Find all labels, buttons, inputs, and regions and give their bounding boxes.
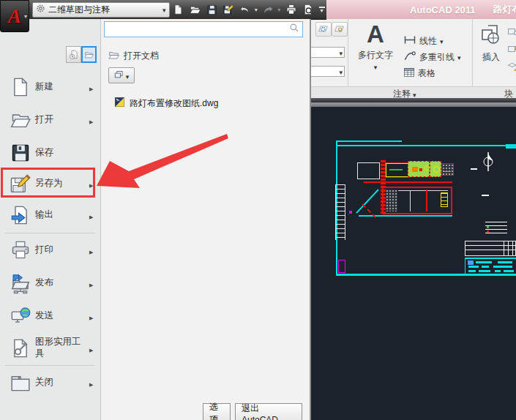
submenu-arrow-icon (89, 80, 101, 94)
app-menu-panel: 新建 打开 保存 另存为 输出 (0, 19, 101, 420)
options-button[interactable]: 选项 (203, 403, 231, 420)
layer-tool-button[interactable] (315, 22, 332, 37)
cad-block (441, 163, 454, 176)
cad-frame-line (506, 144, 516, 149)
cad-title-block (465, 258, 516, 274)
app-menu-button[interactable]: A ▾ (0, 0, 29, 32)
open-documents-toggle[interactable] (81, 46, 97, 63)
recent-documents-toggle[interactable] (66, 46, 81, 63)
submenu-arrow-icon (89, 113, 101, 127)
mtext-button[interactable]: A 多行文字 (355, 22, 396, 72)
exit-autocad-button[interactable]: 退出 AutoCAD (235, 403, 302, 420)
save-as-button[interactable] (221, 2, 236, 17)
north-arrow-icon (481, 151, 496, 173)
layer-light-button[interactable] (332, 22, 348, 37)
redo-button[interactable] (261, 2, 276, 17)
workspace-selector[interactable]: 二维草图与注释 (32, 2, 170, 18)
submenu-arrow-icon (89, 310, 101, 323)
annotation-highlight-box (1, 168, 95, 198)
recent-file-item[interactable]: 路灯布置修改图纸.dwg (114, 97, 218, 110)
menu-item-label: 发送 (35, 310, 89, 322)
cad-frame-line (336, 274, 516, 276)
cad-green-area (430, 161, 441, 177)
menu-item-print[interactable]: 打印 (0, 234, 101, 266)
table-label: 表格 (418, 67, 435, 80)
save-button[interactable] (204, 2, 220, 17)
block-attribute-sync-button[interactable] (506, 42, 516, 56)
menu-item-save[interactable]: 保存 (0, 136, 101, 169)
document-view-dropdown[interactable] (108, 67, 135, 83)
layer-dropdown[interactable] (308, 47, 345, 58)
menu-item-close[interactable]: 关闭 (0, 367, 101, 399)
menu-item-publish[interactable]: 发布 (0, 266, 101, 300)
insert-block-button[interactable]: 插入 (478, 23, 504, 64)
multileader-label: 多重引线 (419, 51, 455, 64)
edit-attribute-button[interactable] (506, 25, 516, 38)
menu-item-label: 打开 (35, 114, 89, 126)
cad-detail (335, 184, 345, 240)
mtext-label: 多行文字 (358, 49, 393, 61)
undo-dropdown[interactable] (253, 2, 259, 17)
drawing-canvas[interactable] (311, 107, 516, 420)
chevron-down-icon (339, 48, 343, 58)
cad-room (386, 163, 409, 177)
menu-item-new[interactable]: 新建 (0, 70, 101, 103)
linear-label: 线性 (419, 35, 437, 48)
chevron-down-icon (457, 52, 461, 62)
cad-detail (482, 195, 489, 196)
app-title: AutoCAD 2011 (410, 4, 476, 15)
open-file-icon (6, 107, 35, 133)
more-commands-icon[interactable] (317, 2, 326, 17)
multileader-button[interactable]: 多重引线 (403, 51, 461, 63)
insert-block-icon (479, 23, 503, 49)
menu-item-label: 保存 (35, 147, 101, 159)
linear-dimension-button[interactable]: 线性 (403, 35, 444, 47)
layer-state-dropdown[interactable] (308, 66, 345, 77)
table-icon (403, 67, 415, 80)
recent-view-toggles (66, 46, 97, 63)
table-button[interactable]: 表格 (403, 67, 435, 79)
send-icon (6, 303, 35, 329)
menu-item-label: 关闭 (35, 377, 89, 389)
open-file-button[interactable] (187, 2, 203, 17)
menu-item-open[interactable]: 打开 (0, 103, 101, 136)
workspace-label: 二维草图与注释 (48, 4, 160, 16)
dwg-file-icon (114, 97, 125, 110)
chevron-down-icon: ▾ (24, 13, 27, 20)
search-icon (289, 23, 299, 36)
cad-legend-table (465, 241, 516, 256)
recent-documents-panel: 打开文档 路灯布置修改图纸.dwg 选项 退出 AutoCAD (101, 19, 311, 420)
cad-frame-line (336, 140, 402, 142)
cad-detail (471, 168, 477, 170)
windows-icon (114, 69, 124, 82)
menu-separator (4, 365, 95, 366)
autocad-logo-icon: A (8, 5, 21, 28)
undo-button[interactable] (238, 2, 253, 17)
cad-frame-line (336, 145, 516, 146)
cad-green-area (408, 161, 430, 177)
cad-red-line (364, 181, 452, 183)
close-drawing-icon (6, 370, 35, 396)
open-documents-title: 打开文档 (124, 50, 159, 62)
preview-button[interactable] (300, 2, 315, 17)
edit-attribute-single-button[interactable] (506, 60, 516, 73)
menu-item-drawing-utilities[interactable]: 图形实用工具 (0, 332, 101, 364)
linear-dimension-icon (403, 35, 416, 47)
chevron-down-icon (162, 4, 166, 15)
plot-button[interactable] (284, 2, 299, 17)
menu-item-send[interactable]: 发送 (0, 300, 101, 332)
ribbon: A 多行文字 线性 多重引线 表格 注释 (311, 19, 516, 98)
submenu-arrow-icon (89, 209, 101, 222)
new-file-icon (6, 74, 35, 100)
chevron-down-icon (374, 61, 378, 72)
open-documents-header: 打开文档 (108, 50, 159, 62)
redo-dropdown[interactable] (276, 2, 283, 17)
menu-item-label: 输出 (35, 209, 89, 221)
menu-item-export[interactable]: 输出 (0, 198, 101, 231)
menu-search-box[interactable] (104, 21, 303, 37)
search-input[interactable] (105, 23, 289, 36)
cad-room (357, 162, 380, 179)
new-file-button[interactable] (171, 2, 187, 17)
publish-icon (6, 270, 35, 296)
chevron-down-icon (339, 67, 343, 77)
